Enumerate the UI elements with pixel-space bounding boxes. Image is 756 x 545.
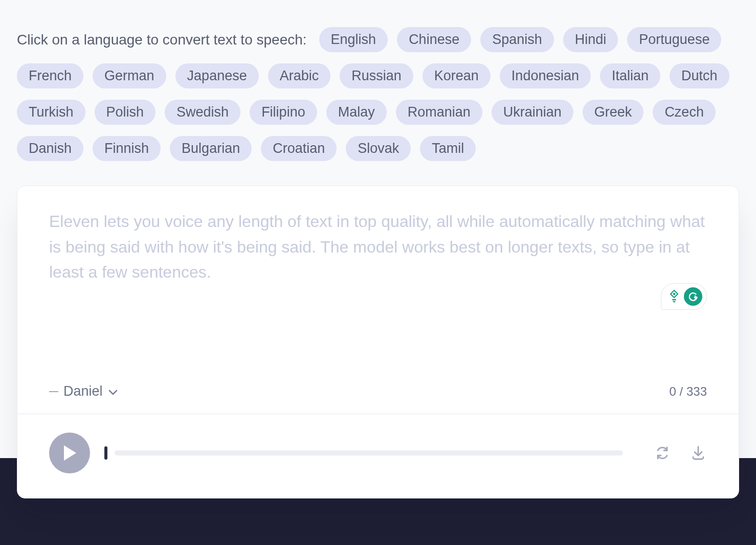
language-chip-container: Click on a language to convert text to s… — [17, 27, 739, 161]
language-chip-korean[interactable]: Korean — [423, 63, 491, 88]
voice-selector[interactable]: Daniel — [49, 383, 118, 399]
card-body: Daniel 0 / 333 — [17, 186, 739, 414]
language-chip-romanian[interactable]: Romanian — [396, 100, 482, 125]
language-chip-malay[interactable]: Malay — [326, 100, 387, 125]
voice-selected-label: Daniel — [63, 383, 103, 399]
language-chip-japanese[interactable]: Japanese — [175, 63, 259, 88]
chevron-down-icon — [108, 383, 118, 399]
language-chip-russian[interactable]: Russian — [340, 63, 413, 88]
tts-text-input[interactable] — [49, 209, 707, 322]
grammarly-logo-icon — [684, 287, 702, 306]
language-chip-croatian[interactable]: Croatian — [261, 136, 337, 161]
language-chip-finnish[interactable]: Finnish — [93, 136, 161, 161]
refresh-icon — [655, 445, 670, 461]
svg-rect-2 — [673, 301, 676, 302]
play-button[interactable] — [49, 433, 90, 473]
language-chip-english[interactable]: English — [319, 27, 388, 52]
editor-footer-row: Daniel 0 / 333 — [49, 383, 707, 399]
language-chip-indonesian[interactable]: Indonesian — [500, 63, 591, 88]
language-chip-spanish[interactable]: Spanish — [480, 27, 554, 52]
character-counter: 0 / 333 — [670, 384, 707, 399]
player-actions — [654, 444, 707, 462]
download-button[interactable] — [690, 444, 707, 462]
play-icon — [62, 444, 77, 462]
language-chip-tamil[interactable]: Tamil — [420, 136, 476, 161]
grammarly-widget[interactable] — [661, 283, 707, 310]
language-chip-german[interactable]: German — [93, 63, 166, 88]
language-chip-ukrainian[interactable]: Ukrainian — [492, 100, 573, 125]
language-chip-italian[interactable]: Italian — [600, 63, 660, 88]
voice-dash-icon — [49, 391, 58, 392]
language-chip-danish[interactable]: Danish — [17, 136, 83, 161]
svg-rect-1 — [672, 299, 676, 300]
download-icon — [691, 445, 706, 461]
audio-player-bar — [17, 414, 739, 498]
language-prompt-text: Click on a language to convert text to s… — [17, 32, 307, 48]
language-chip-chinese[interactable]: Chinese — [397, 27, 471, 52]
language-picker-section: Click on a language to convert text to s… — [0, 0, 756, 169]
language-chip-swedish[interactable]: Swedish — [165, 100, 240, 125]
svg-point-0 — [673, 293, 676, 296]
language-chip-greek[interactable]: Greek — [583, 100, 644, 125]
regenerate-button[interactable] — [654, 444, 671, 462]
language-chip-turkish[interactable]: Turkish — [17, 100, 85, 125]
language-chip-slovak[interactable]: Slovak — [346, 136, 411, 161]
tts-editor-card: Daniel 0 / 333 — [17, 186, 739, 498]
progress-handle[interactable] — [104, 446, 107, 460]
language-chip-filipino[interactable]: Filipino — [250, 100, 317, 125]
language-chip-czech[interactable]: Czech — [653, 100, 716, 125]
language-chip-portuguese[interactable]: Portuguese — [627, 27, 721, 52]
language-chip-arabic[interactable]: Arabic — [268, 63, 331, 88]
progress-track[interactable] — [115, 450, 623, 456]
language-chip-bulgarian[interactable]: Bulgarian — [170, 136, 252, 161]
language-chip-french[interactable]: French — [17, 63, 83, 88]
progress-bar[interactable] — [104, 446, 623, 460]
grammarly-hint-icon — [668, 289, 681, 304]
language-chip-hindi[interactable]: Hindi — [563, 27, 618, 52]
language-chip-dutch[interactable]: Dutch — [670, 63, 729, 88]
language-chip-polish[interactable]: Polish — [95, 100, 156, 125]
